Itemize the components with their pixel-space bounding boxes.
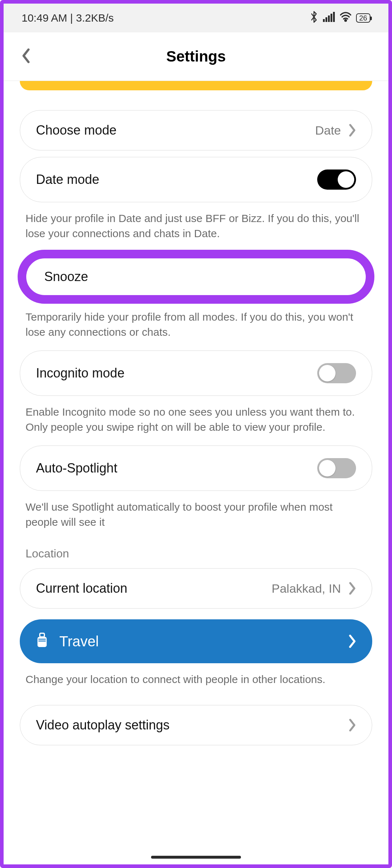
travel-helper: Change your location to connect with peo… (20, 670, 372, 698)
auto-spotlight-toggle[interactable] (317, 458, 356, 478)
date-mode-toggle[interactable] (317, 169, 356, 190)
battery-icon: 26 (356, 13, 370, 23)
svg-rect-0 (323, 19, 325, 22)
status-bar: 10:49 AM | 3.2KB/s 26 (4, 4, 388, 32)
chevron-right-icon (348, 634, 356, 648)
date-mode-helper: Hide your profile in Date and just use B… (20, 209, 372, 252)
chevron-right-icon (348, 124, 356, 137)
svg-rect-6 (37, 637, 47, 647)
chevron-right-icon (348, 719, 356, 732)
snooze-helper: Temporarily hide your profile from all m… (20, 307, 372, 351)
svg-point-5 (345, 19, 346, 21)
auto-spotlight-label: Auto-Spotlight (36, 461, 117, 476)
choose-mode-row[interactable]: Choose mode Date (20, 110, 372, 150)
back-button[interactable] (22, 48, 31, 65)
incognito-row: Incognito mode (20, 351, 372, 396)
incognito-label: Incognito mode (36, 366, 124, 381)
status-time: 10:49 AM | 3.2KB/s (22, 12, 114, 24)
luggage-icon (36, 632, 49, 650)
svg-rect-7 (40, 633, 45, 637)
location-section-label: Location (20, 541, 372, 568)
promo-banner-bottom[interactable] (20, 81, 372, 90)
auto-spotlight-helper: We'll use Spotlight automatically to boo… (20, 497, 372, 541)
incognito-toggle[interactable] (317, 363, 356, 383)
signal-icon (323, 12, 335, 24)
snooze-row[interactable]: Snooze (28, 261, 364, 293)
svg-rect-9 (38, 641, 46, 642)
bluetooth-icon (309, 11, 319, 26)
wifi-icon (339, 12, 352, 24)
snooze-label: Snooze (44, 269, 88, 284)
auto-spotlight-row: Auto-Spotlight (20, 446, 372, 491)
travel-row[interactable]: Travel (20, 619, 372, 663)
app-header: Settings (4, 32, 388, 81)
date-mode-row: Date mode (20, 157, 372, 202)
svg-rect-1 (325, 17, 327, 22)
chevron-right-icon (348, 582, 356, 595)
date-mode-label: Date mode (36, 172, 99, 187)
svg-rect-8 (38, 639, 46, 640)
snooze-highlight: Snooze (18, 250, 374, 304)
home-indicator[interactable] (151, 856, 241, 859)
current-location-label: Current location (36, 581, 127, 596)
travel-label: Travel (59, 633, 99, 650)
video-autoplay-label: Video autoplay settings (36, 718, 170, 733)
current-location-value: Palakkad, IN (272, 582, 341, 596)
svg-rect-4 (333, 12, 335, 22)
choose-mode-value: Date (315, 123, 341, 137)
incognito-helper: Enable Incognito mode so no one sees you… (20, 402, 372, 446)
svg-rect-3 (331, 14, 332, 22)
svg-rect-2 (328, 15, 330, 22)
video-autoplay-row[interactable]: Video autoplay settings (20, 705, 372, 745)
choose-mode-label: Choose mode (36, 123, 117, 138)
page-title: Settings (166, 48, 226, 65)
current-location-row[interactable]: Current location Palakkad, IN (20, 568, 372, 609)
